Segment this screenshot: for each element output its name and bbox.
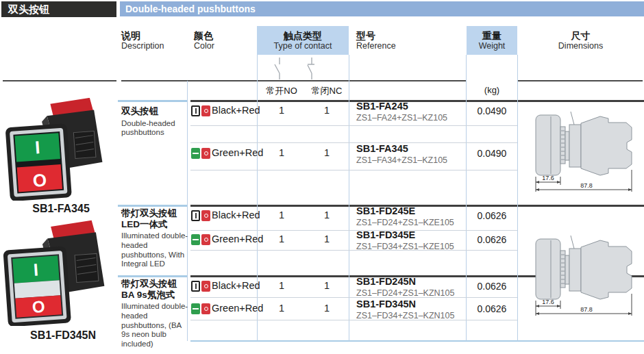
color-swatches bbox=[191, 105, 210, 116]
page-title-en: Double-headed pushbuttons bbox=[120, 1, 644, 16]
reference-cell: SB1-FD345E ZS1–FD34+ZS1–KZE105 bbox=[356, 230, 454, 252]
red-button-swatch bbox=[201, 148, 210, 159]
col-header-contact: 触点类型 Type of contact bbox=[257, 26, 349, 55]
off-symbol: O bbox=[32, 297, 46, 316]
reference-cell: SB1-FD345N ZS1–FD34+ZS1–KZN105 bbox=[356, 299, 454, 321]
col-header-reference: 型号 Reference bbox=[356, 30, 396, 51]
header-rule-right bbox=[518, 80, 643, 81]
product-photo-sb1-fd345n: I O bbox=[3, 219, 121, 326]
weight-value: 0.0490 bbox=[467, 105, 517, 116]
col-reference-cn: 型号 bbox=[356, 30, 396, 41]
reference-code: SB1-FD245E bbox=[356, 206, 454, 217]
reference-subcode: ZS1–FD24+ZS1–KZE105 bbox=[356, 218, 454, 228]
group3-desc-rule bbox=[118, 275, 187, 277]
nc-label: 常闭NC bbox=[306, 85, 348, 97]
reference-code: SB1-FD345N bbox=[356, 299, 454, 310]
nc-count: 1 bbox=[306, 147, 348, 158]
no-count: 1 bbox=[259, 303, 304, 314]
color-label: Black+Red bbox=[212, 105, 260, 116]
black-button-swatch bbox=[191, 105, 200, 116]
color-swatches bbox=[191, 210, 210, 221]
col-color-en: Color bbox=[194, 41, 214, 51]
color-swatches bbox=[191, 148, 210, 159]
col-dimensions-cn: 尺寸 bbox=[519, 30, 643, 41]
col-header-color: 颜色 Color bbox=[194, 30, 214, 51]
no-count: 1 bbox=[259, 105, 304, 116]
color-swatches bbox=[191, 303, 210, 314]
weight-value: 0.0626 bbox=[467, 210, 517, 221]
reference-code: SB1-FD245N bbox=[356, 277, 454, 288]
reference-cell: SB1-FD245N ZS1–FD24+ZS1–KZN105 bbox=[356, 277, 454, 299]
col-header-dimensions: 尺寸 Dimensions bbox=[519, 30, 643, 51]
nc-count: 1 bbox=[306, 105, 348, 116]
black-button-swatch bbox=[191, 210, 200, 221]
weight-value: 0.0490 bbox=[467, 148, 517, 159]
col-description-cn: 说明 bbox=[121, 30, 164, 41]
header-rule-left bbox=[3, 80, 116, 81]
col-header-description: 说明 Description bbox=[121, 30, 164, 51]
weight-value: 0.0626 bbox=[467, 281, 517, 292]
dimension-drawing-2: 17.6 87.8 bbox=[532, 226, 640, 320]
red-button-swatch bbox=[201, 210, 210, 221]
product-caption-1: SB1-FA345 bbox=[5, 203, 116, 215]
color-swatches bbox=[191, 234, 210, 245]
green-button-swatch bbox=[191, 234, 200, 245]
row-separator bbox=[190, 170, 517, 170]
green-button-swatch bbox=[191, 303, 200, 314]
reference-cell: SB1-FD245E ZS1–FD24+ZS1–KZE105 bbox=[356, 206, 454, 228]
color-label: Green+Red bbox=[212, 147, 263, 158]
color-label: Green+Red bbox=[212, 303, 263, 314]
reference-code: SB1-FA345 bbox=[356, 144, 447, 155]
color-label: Black+Red bbox=[212, 210, 260, 220]
reference-subcode: ZS1–FA34+ZS1–KZ105 bbox=[356, 156, 447, 166]
dim-depth-value: 17.6 bbox=[542, 299, 554, 305]
reference-subcode: ZS1–FD34+ZS1–KZN105 bbox=[356, 312, 454, 321]
red-button-swatch bbox=[201, 281, 210, 292]
product-caption-2: SB1-FD345N bbox=[5, 329, 121, 342]
color-label: Green+Red bbox=[212, 233, 263, 244]
off-symbol: O bbox=[32, 170, 47, 191]
color-label: Black+Red bbox=[212, 280, 260, 291]
normally-open-contact-icon bbox=[272, 57, 286, 80]
reference-code: SB1-FD345E bbox=[356, 230, 454, 241]
col-dimensions-en: Dimensions bbox=[519, 41, 643, 51]
no-count: 1 bbox=[259, 233, 304, 244]
red-button-swatch bbox=[201, 234, 210, 245]
nc-count: 1 bbox=[306, 280, 348, 291]
no-label: 常开NO bbox=[259, 85, 304, 97]
table-bottom-rule bbox=[190, 340, 644, 342]
col-color-cn: 颜色 bbox=[194, 30, 214, 41]
dim-length-value: 87.8 bbox=[580, 182, 593, 189]
red-button-swatch bbox=[201, 105, 210, 116]
col-reference-en: Reference bbox=[356, 41, 396, 51]
normally-closed-contact-icon bbox=[304, 57, 318, 80]
page-title-cn: 双头按钮 bbox=[1, 1, 116, 17]
reference-cell: SB1-FA345 ZS1–FA34+ZS1–KZ105 bbox=[356, 144, 447, 166]
green-button-swatch bbox=[191, 148, 200, 159]
catalog-page: 双头按钮 Double-headed pushbuttons 说明 Descri… bbox=[0, 0, 644, 354]
weight-value: 0.0626 bbox=[467, 234, 517, 245]
reference-subcode: ZS1–FD34+ZS1–KZE105 bbox=[356, 242, 454, 252]
group2-desc-rule bbox=[118, 205, 187, 207]
header-rule-mid bbox=[121, 80, 466, 81]
black-button-swatch bbox=[191, 281, 200, 292]
weight-value: 0.0626 bbox=[467, 303, 517, 314]
col-weight-en: Weight bbox=[479, 41, 506, 51]
reference-cell: SB1-FA245 ZS1–FA24+ZS1–KZ105 bbox=[356, 101, 447, 123]
red-button-swatch bbox=[201, 303, 210, 314]
row-separator bbox=[190, 142, 517, 143]
nc-count: 1 bbox=[306, 303, 348, 314]
product-photo-sb1-fa345: I O bbox=[5, 98, 116, 201]
col-contact-cn: 触点类型 bbox=[284, 30, 322, 41]
no-count: 1 bbox=[259, 210, 304, 220]
col-contact-en: Type of contact bbox=[274, 41, 332, 51]
no-count: 1 bbox=[259, 280, 304, 291]
dim-length-value: 87.8 bbox=[580, 306, 593, 313]
nc-count: 1 bbox=[306, 210, 348, 220]
nc-count: 1 bbox=[306, 233, 348, 244]
weight-unit: (kg) bbox=[467, 85, 517, 95]
col-weight-cn: 重量 bbox=[482, 30, 501, 41]
no-count: 1 bbox=[259, 147, 304, 158]
dim-depth-value: 17.6 bbox=[542, 175, 554, 181]
group1-desc-rule bbox=[118, 100, 187, 102]
